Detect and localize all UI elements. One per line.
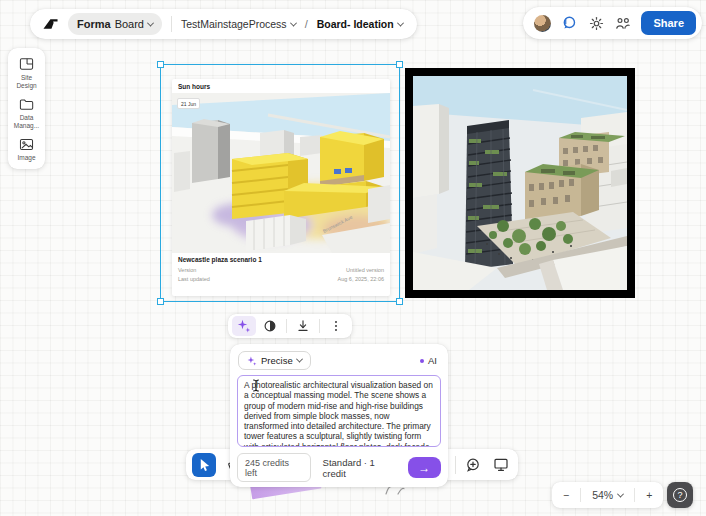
app-name-regular: Board	[115, 18, 144, 30]
chevron-down-icon	[397, 19, 404, 26]
breadcrumb-separator: /	[305, 18, 308, 30]
sun-analysis-image: Brunswick Ave 21 Jun	[172, 93, 390, 253]
divider	[286, 319, 287, 333]
image-icon	[19, 138, 34, 151]
board-name: Board- Ideation	[317, 18, 394, 30]
ai-mode-label: Precise	[261, 355, 293, 366]
autodesk-logo-icon	[41, 15, 59, 33]
cursor-arrow-icon	[198, 458, 211, 472]
folder-icon	[19, 98, 34, 111]
ai-mode-dropdown[interactable]: Precise	[238, 351, 311, 370]
ibeam-cursor-icon	[252, 379, 260, 392]
canvas[interactable]: Forma Board TestMainstageProcess / Board…	[0, 0, 706, 516]
top-right-bar: Share	[523, 7, 702, 39]
prompt-text: A photorealistic architectural visualiza…	[244, 380, 433, 447]
version-value: Untitled version	[346, 267, 384, 273]
updated-label: Last updated	[178, 276, 210, 282]
resize-handle-bottom-right[interactable]	[396, 298, 403, 305]
select-tool-button[interactable]	[192, 453, 216, 477]
left-toolbox: Site Design Data Manag... Image	[8, 48, 45, 169]
compare-button[interactable]	[258, 316, 282, 336]
zoom-in-button[interactable]: +	[635, 482, 663, 508]
resize-handle-top-right[interactable]	[396, 61, 403, 68]
zoom-level-value: 54%	[592, 489, 613, 501]
chevron-down-icon	[290, 19, 297, 26]
comment-plus-icon	[465, 457, 481, 473]
render-image[interactable]	[405, 68, 635, 298]
tier-cost-label: Standard · 1 credit	[323, 457, 400, 479]
zoom-controls: − 54% +	[552, 482, 663, 508]
divider	[171, 16, 172, 32]
version-label: Version	[178, 267, 196, 273]
date-badge: 21 Jun	[177, 98, 200, 109]
kebab-menu-icon	[329, 319, 343, 333]
sun-analysis-render: Brunswick Ave	[172, 93, 390, 253]
help-button[interactable]: ?	[667, 482, 693, 508]
photorealistic-render	[413, 76, 627, 290]
sidebar-item-label: Site Design	[10, 74, 43, 89]
scenario-name: Newcastle plaza scenario 1	[178, 256, 384, 263]
presentation-screen-icon	[493, 457, 509, 472]
sidebar-item-label: Data Manag...	[10, 114, 43, 129]
more-options-button[interactable]	[324, 316, 348, 336]
sun-card-title: Sun hours	[172, 79, 390, 93]
site-design-icon	[19, 57, 34, 71]
ai-prompt-panel: Precise AI A photorealistic architectura…	[230, 344, 448, 487]
resize-handle-bottom-left[interactable]	[157, 298, 164, 305]
download-button[interactable]	[291, 316, 315, 336]
sparkles-icon	[247, 356, 257, 366]
breadcrumb-project[interactable]: TestMainstageProcess	[181, 18, 296, 30]
zoom-out-button[interactable]: −	[552, 482, 580, 508]
chevron-down-icon	[617, 490, 624, 497]
sidebar-item-image[interactable]: Image	[10, 138, 43, 162]
divider	[455, 456, 456, 474]
sidebar-item-site-design[interactable]: Site Design	[10, 57, 43, 89]
sparkles-icon	[237, 319, 251, 333]
divider	[319, 319, 320, 333]
ai-badge: AI	[420, 355, 440, 366]
object-toolbar	[228, 314, 352, 338]
ai-badge-label: AI	[428, 355, 437, 366]
app-name-bold: Forma	[77, 18, 111, 30]
share-button[interactable]: Share	[641, 11, 696, 35]
question-mark-icon: ?	[673, 488, 687, 502]
collaborators-icon[interactable]	[614, 14, 632, 32]
present-button[interactable]	[490, 454, 512, 476]
chevron-down-icon	[296, 356, 303, 363]
generate-submit-button[interactable]: →	[408, 457, 441, 478]
minus-icon: −	[563, 489, 569, 501]
project-name: TestMainstageProcess	[181, 18, 287, 30]
contrast-icon	[263, 319, 277, 333]
top-left-bar: Forma Board TestMainstageProcess / Board…	[30, 9, 417, 39]
sidebar-item-label: Image	[17, 154, 35, 162]
avatar[interactable]	[534, 15, 551, 32]
credits-remaining: 245 credits left	[237, 453, 311, 482]
zoom-level-dropdown[interactable]: 54%	[581, 482, 634, 508]
ai-generate-button[interactable]	[232, 316, 256, 336]
resize-handle-top-left[interactable]	[157, 61, 164, 68]
download-icon	[296, 319, 310, 333]
sun-hours-card[interactable]: Sun hours	[172, 79, 390, 296]
add-comment-button[interactable]	[462, 454, 484, 476]
comments-icon[interactable]	[560, 14, 578, 32]
prompt-textarea[interactable]: A photorealistic architectural visualiza…	[237, 375, 441, 447]
app-switcher[interactable]: Forma Board	[68, 13, 162, 35]
chevron-down-icon	[147, 19, 154, 26]
updated-value: Aug 6, 2025, 22:06	[338, 276, 384, 282]
gear-icon[interactable]	[587, 14, 605, 32]
breadcrumb-board[interactable]: Board- Ideation	[317, 18, 403, 30]
sidebar-item-data-management[interactable]: Data Manag...	[10, 98, 43, 129]
ai-dot-icon	[420, 359, 424, 363]
plus-icon: +	[646, 489, 652, 501]
